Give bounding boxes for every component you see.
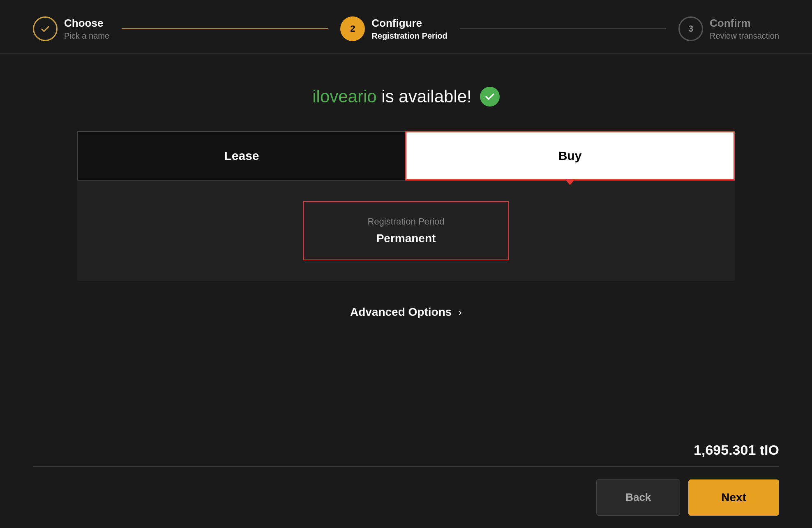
availability-text: iloveario is available! (312, 87, 472, 107)
step-confirm-title: Confirm (710, 17, 779, 30)
step-confirm-circle: 3 (678, 16, 703, 41)
footer: 1,695.301 tIO Back Next (0, 430, 812, 528)
step-confirm-info: Confirm Review transaction (710, 17, 779, 41)
registration-period-box[interactable]: Registration Period Permanent (303, 201, 509, 260)
step-choose-info: Choose Pick a name (64, 17, 109, 41)
availability-banner: iloveario is available! (312, 87, 500, 107)
connector-1 (122, 28, 328, 29)
advanced-options-label: Advanced Options (350, 306, 452, 319)
lease-tab[interactable]: Lease (77, 131, 405, 181)
step-configure-circle: 2 (340, 16, 365, 41)
domain-name: iloveario (312, 87, 376, 106)
step-confirm-number: 3 (688, 23, 693, 34)
footer-buttons: Back Next (596, 479, 779, 516)
main-content: iloveario is available! Lease Buy Regist… (0, 54, 812, 430)
step-confirm-subtitle: Review transaction (710, 31, 779, 41)
step-confirm: 3 Confirm Review transaction (678, 16, 779, 41)
availability-check-icon (480, 87, 500, 107)
price-display: 1,695.301 tIO (694, 442, 779, 458)
next-button[interactable]: Next (688, 479, 779, 516)
registration-period-value: Permanent (376, 232, 436, 245)
available-checkmark-icon (484, 91, 495, 102)
tab-row: Lease Buy (77, 131, 735, 181)
step-choose-title: Choose (64, 17, 109, 30)
step-choose-circle (33, 16, 58, 41)
step-configure-number: 2 (350, 23, 355, 34)
back-button[interactable]: Back (596, 479, 680, 516)
buy-tab[interactable]: Buy (405, 131, 735, 181)
step-configure-title: Configure (371, 17, 447, 30)
step-configure-subtitle: Registration Period (371, 31, 447, 41)
footer-divider (33, 466, 779, 467)
connector-2 (460, 28, 666, 29)
config-panel: Registration Period Permanent (77, 181, 735, 281)
registration-period-label: Registration Period (367, 216, 444, 227)
chevron-right-icon: › (458, 306, 462, 319)
advanced-options[interactable]: Advanced Options › (350, 306, 462, 319)
availability-suffix: is available! (377, 87, 472, 106)
step-configure: 2 Configure Registration Period (340, 16, 447, 41)
step-choose: Choose Pick a name (33, 16, 109, 41)
step-choose-subtitle: Pick a name (64, 31, 109, 41)
step-configure-info: Configure Registration Period (371, 17, 447, 41)
checkmark-icon (39, 23, 51, 35)
stepper: Choose Pick a name 2 Configure Registrat… (0, 0, 812, 54)
